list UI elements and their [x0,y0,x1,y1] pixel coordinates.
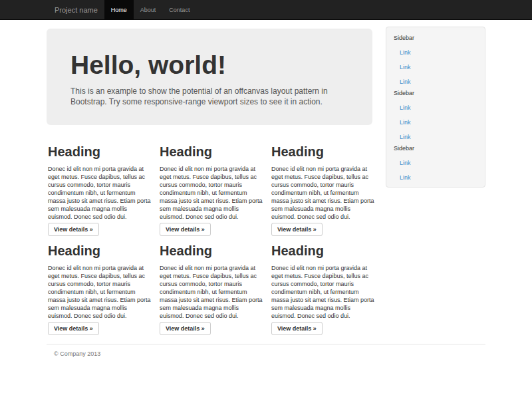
main-column: Hello, world! This is an example to show… [47,20,376,335]
sidebar-group: Sidebar Link Link Link [394,89,478,141]
content-card: Heading Donec id elit non mi porta gravi… [160,144,265,236]
content-grid: Heading Donec id elit non mi porta gravi… [48,144,376,335]
card-title: Heading [48,144,153,160]
jumbotron: Hello, world! This is an example to show… [47,29,372,125]
sidebar-group: Sidebar Link Link Link [394,34,478,86]
card-title: Heading [271,144,376,160]
card-title: Heading [271,243,376,259]
footer: © Company 2013 [47,344,485,377]
sidebar-group-title: Sidebar [394,34,478,42]
jumbotron-title: Hello, world! [70,51,348,80]
view-details-button[interactable]: View details » [160,322,211,335]
content-card: Heading Donec id elit non mi porta gravi… [160,243,265,335]
content-card: Heading Donec id elit non mi porta gravi… [271,243,376,335]
sidebar-link[interactable]: Link [400,133,478,141]
sidebar-link[interactable]: Link [400,78,478,86]
content-card: Heading Donec id elit non mi porta gravi… [48,144,153,236]
view-details-button[interactable]: View details » [48,223,99,236]
card-title: Heading [160,144,265,160]
card-body: Donec id elit non mi porta gravida at eg… [271,264,376,320]
navbar: Project name Home About Contact [0,0,532,20]
sidebar-group-title: Sidebar [394,89,478,97]
card-body: Donec id elit non mi porta gravida at eg… [48,165,153,221]
view-details-button[interactable]: View details » [271,322,323,335]
sidebar-link[interactable]: Link [400,63,478,71]
content-card: Heading Donec id elit non mi porta gravi… [48,243,153,335]
nav-item-contact[interactable]: Contact [162,0,196,19]
card-body: Donec id elit non mi porta gravida at eg… [160,165,265,221]
card-body: Donec id elit non mi porta gravida at eg… [271,165,376,221]
card-body: Donec id elit non mi porta gravida at eg… [48,264,153,320]
nav-item-about[interactable]: About [134,0,163,19]
view-details-button[interactable]: View details » [160,223,211,236]
nav-item-home[interactable]: Home [104,0,134,19]
content-card: Heading Donec id elit non mi porta gravi… [271,144,376,236]
navbar-brand[interactable]: Project name [47,0,104,19]
navbar-menu: Home About Contact [104,0,197,19]
sidebar-link[interactable]: Link [400,159,478,167]
card-title: Heading [160,243,265,259]
sidebar-panel: Sidebar Link Link Link Sidebar Link Link… [386,27,485,188]
navbar-inner: Project name Home About Contact [47,0,485,19]
card-body: Donec id elit non mi porta gravida at eg… [160,264,265,320]
jumbotron-description: This is an example to show the potential… [70,86,348,107]
view-details-button[interactable]: View details » [271,223,323,236]
card-title: Heading [48,243,153,259]
page-container: Hello, world! This is an example to show… [47,20,485,377]
main-row: Hello, world! This is an example to show… [47,20,485,335]
sidebar-group: Sidebar Link Link [394,144,478,182]
copyright-text: © Company 2013 [54,350,485,357]
sidebar-link[interactable]: Link [400,49,478,57]
sidebar-group-title: Sidebar [394,144,478,152]
sidebar-link[interactable]: Link [400,118,478,126]
sidebar-link[interactable]: Link [400,174,478,182]
view-details-button[interactable]: View details » [48,322,99,335]
sidebar-link[interactable]: Link [400,104,478,112]
